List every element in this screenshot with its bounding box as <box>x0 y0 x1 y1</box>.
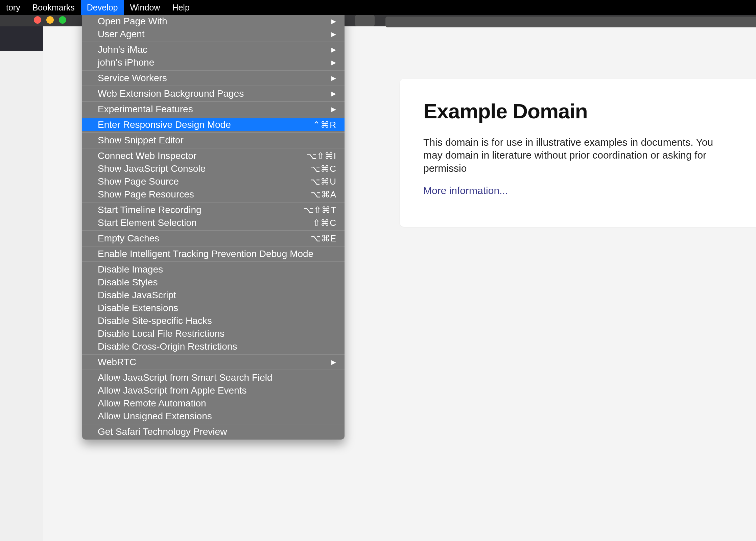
menu-item-label: Disable Cross-Origin Restrictions <box>98 341 237 352</box>
menu-separator <box>82 370 345 370</box>
menu-item-shortcut: ⌥⌘U <box>310 177 336 187</box>
develop-dropdown-menu: Open Page With▶User Agent▶John's iMac▶jo… <box>82 15 345 440</box>
menu-item-label: Disable Local File Restrictions <box>98 328 225 339</box>
menu-item[interactable]: Open Page With▶ <box>82 15 345 28</box>
menu-separator <box>82 86 345 86</box>
menu-item-label: Allow Unsigned Extensions <box>98 411 212 422</box>
menu-item[interactable]: Get Safari Technology Preview <box>82 425 345 438</box>
menu-item-label: Show Page Source <box>98 176 179 187</box>
menu-item-label: WebRTC <box>98 357 136 368</box>
menu-item[interactable]: Allow Unsigned Extensions <box>82 410 345 423</box>
menu-item-label: Experimental Features <box>98 104 193 115</box>
page-content-card: Example Domain This domain is for use in… <box>400 79 756 227</box>
menu-item[interactable]: Disable Extensions <box>82 302 345 314</box>
menu-item[interactable]: Allow Remote Automation <box>82 397 345 410</box>
menu-item[interactable]: Disable Local File Restrictions <box>82 327 345 340</box>
menu-item[interactable]: Show Snippet Editor <box>82 134 345 147</box>
menu-separator <box>82 117 345 117</box>
menu-item[interactable]: Allow JavaScript from Apple Events <box>82 384 345 397</box>
traffic-lights <box>34 16 66 24</box>
menu-item-label: Enter Responsive Design Mode <box>98 119 231 130</box>
menu-item-label: Show Snippet Editor <box>98 135 184 146</box>
menu-item-shortcut: ⌥⌘A <box>311 189 336 200</box>
menu-item[interactable]: Disable Site-specific Hacks <box>82 314 345 327</box>
submenu-arrow-icon: ▶ <box>331 30 336 38</box>
menu-item-label: Disable Images <box>98 264 163 275</box>
menu-separator <box>82 101 345 102</box>
menu-item-label: User Agent <box>98 29 145 40</box>
submenu-arrow-icon: ▶ <box>331 105 336 113</box>
menu-item-label: Disable Styles <box>98 277 158 288</box>
menu-item[interactable]: Allow JavaScript from Smart Search Field <box>82 371 345 384</box>
menu-item-label: Allow JavaScript from Apple Events <box>98 385 246 396</box>
menu-item-label: john's iPhone <box>98 57 154 68</box>
menu-item[interactable]: Start Element Selection⇧⌘C <box>82 216 345 229</box>
menu-item-label: Start Timeline Recording <box>98 205 202 215</box>
menu-item[interactable]: Disable Cross-Origin Restrictions <box>82 340 345 353</box>
menu-item-label: Allow Remote Automation <box>98 398 206 409</box>
menu-separator <box>82 246 345 246</box>
menu-bookmarks[interactable]: Bookmarks <box>26 0 81 15</box>
menu-item[interactable]: Disable Images <box>82 263 345 276</box>
menu-help[interactable]: Help <box>166 0 195 15</box>
submenu-arrow-icon: ▶ <box>331 59 336 66</box>
menu-separator <box>82 261 345 262</box>
menu-item-label: Service Workers <box>98 73 167 84</box>
menu-item[interactable]: Show Page Resources⌥⌘A <box>82 188 345 201</box>
menu-item[interactable]: Enter Responsive Design Mode⌃⌘R <box>82 118 345 131</box>
menu-item[interactable]: WebRTC▶ <box>82 356 345 369</box>
submenu-arrow-icon: ▶ <box>331 358 336 366</box>
menu-item-label: John's iMac <box>98 44 147 55</box>
menu-item[interactable]: Disable JavaScript <box>82 289 345 302</box>
menu-item-shortcut: ⌥⇧⌘I <box>306 151 336 161</box>
menu-window[interactable]: Window <box>124 0 166 15</box>
menu-item[interactable]: Web Extension Background Pages▶ <box>82 87 345 100</box>
menu-item[interactable]: Disable Styles <box>82 276 345 289</box>
menu-item[interactable]: Show JavaScript Console⌥⌘C <box>82 162 345 175</box>
menu-item-label: Enable Intelligent Tracking Prevention D… <box>98 249 313 259</box>
menu-item-label: Start Element Selection <box>98 217 197 228</box>
menu-item-label: Show Page Resources <box>98 189 194 200</box>
menu-separator <box>82 202 345 203</box>
menu-item-label: Connect Web Inspector <box>98 150 196 161</box>
menu-item[interactable]: Start Timeline Recording⌥⇧⌘T <box>82 204 345 216</box>
menubar: tory Bookmarks Develop Window Help <box>0 0 756 15</box>
menu-history[interactable]: tory <box>0 0 26 15</box>
menu-item-shortcut: ⌥⌘C <box>310 164 336 174</box>
menu-separator <box>82 148 345 148</box>
menu-separator <box>82 424 345 424</box>
menu-separator <box>82 354 345 355</box>
menu-item-label: Show JavaScript Console <box>98 163 206 174</box>
menu-item-label: Get Safari Technology Preview <box>98 426 227 437</box>
menu-item[interactable]: Service Workers▶ <box>82 72 345 85</box>
page-title: Example Domain <box>423 99 732 123</box>
menu-item[interactable]: User Agent▶ <box>82 28 345 41</box>
close-window-icon[interactable] <box>34 16 41 24</box>
menu-item-shortcut: ⌥⌘E <box>311 233 336 244</box>
maximize-window-icon[interactable] <box>59 16 66 24</box>
submenu-arrow-icon: ▶ <box>331 18 336 25</box>
url-bar[interactable] <box>385 17 756 27</box>
menu-item-shortcut: ⇧⌘C <box>313 218 336 228</box>
menu-develop[interactable]: Develop <box>81 0 124 15</box>
menu-separator <box>82 42 345 42</box>
minimize-window-icon[interactable] <box>46 16 54 24</box>
menu-item[interactable]: Experimental Features▶ <box>82 103 345 116</box>
more-information-link[interactable]: More information... <box>423 185 508 196</box>
menu-item[interactable]: John's iMac▶ <box>82 43 345 56</box>
menu-item-label: Allow JavaScript from Smart Search Field <box>98 372 273 383</box>
menu-item[interactable]: Empty Caches⌥⌘E <box>82 232 345 245</box>
menu-item[interactable]: Connect Web Inspector⌥⇧⌘I <box>82 149 345 162</box>
menu-item-label: Disable Extensions <box>98 303 178 313</box>
menu-separator <box>82 230 345 231</box>
menu-item[interactable]: Enable Intelligent Tracking Prevention D… <box>82 248 345 260</box>
menu-separator <box>82 70 345 71</box>
submenu-arrow-icon: ▶ <box>331 90 336 97</box>
menu-item-shortcut: ⌃⌘R <box>313 120 336 130</box>
menu-item-label: Disable Site-specific Hacks <box>98 315 212 326</box>
downloads-button[interactable] <box>355 15 375 26</box>
menu-item-shortcut: ⌥⇧⌘T <box>303 205 336 215</box>
submenu-arrow-icon: ▶ <box>331 74 336 82</box>
menu-item[interactable]: john's iPhone▶ <box>82 56 345 69</box>
menu-item[interactable]: Show Page Source⌥⌘U <box>82 175 345 188</box>
